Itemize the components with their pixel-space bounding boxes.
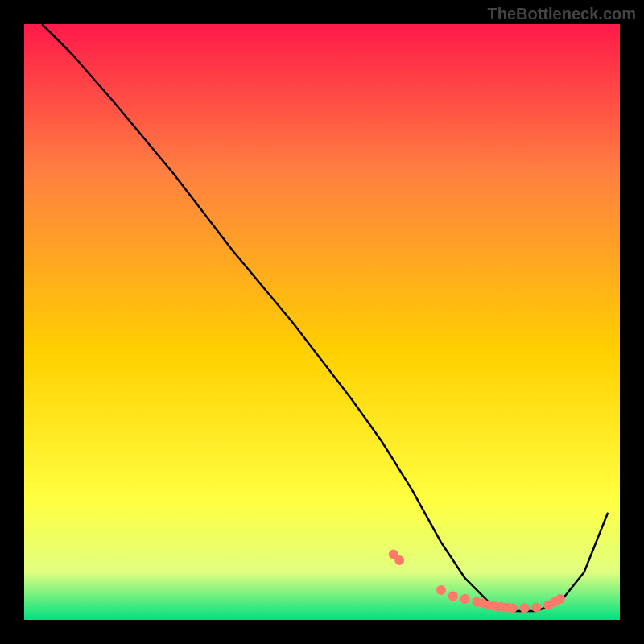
optimal-range-markers-point — [436, 585, 446, 595]
optimal-range-markers-point — [508, 603, 518, 613]
optimal-range-markers-point — [531, 603, 541, 613]
chart-container: TheBottleneck.com — [0, 0, 644, 644]
optimal-range-markers-point — [460, 594, 470, 604]
plot-area — [24, 24, 620, 620]
gradient-background — [24, 24, 620, 620]
optimal-range-markers-point — [555, 594, 565, 604]
optimal-range-markers-point — [448, 591, 458, 601]
watermark-text: TheBottleneck.com — [488, 5, 636, 23]
optimal-range-markers-point — [520, 603, 530, 613]
optimal-range-markers-point — [394, 555, 404, 565]
chart-svg — [24, 24, 620, 620]
